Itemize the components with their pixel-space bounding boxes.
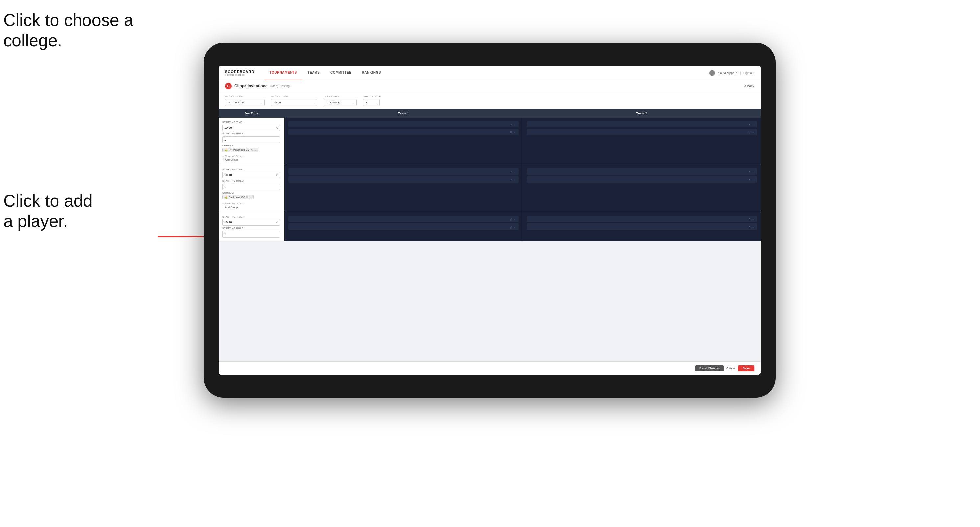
schedule-table: STARTING TIME: ⏱ STARTING HOLE: 1 10 COU…	[218, 117, 761, 361]
expand-icon[interactable]: ⌄	[752, 123, 754, 126]
start-time-wrap	[271, 99, 317, 106]
course-label-1: COURSE:	[223, 144, 280, 146]
close-icon[interactable]: ✕	[748, 225, 751, 229]
player-slot-2-3[interactable]: ✕ ⌄	[527, 168, 757, 175]
player-slot-3-4[interactable]: ✕ ⌄	[527, 224, 757, 230]
group-1-team2-slots: ✕ ⌄ ✕ ⌄	[523, 117, 761, 165]
sign-out-link[interactable]: Sign out	[743, 71, 754, 75]
close-icon[interactable]: ✕	[748, 217, 751, 221]
group-size-group: Group Size 3 2 4	[363, 95, 381, 106]
close-icon[interactable]: ✕	[510, 225, 512, 229]
expand-icon[interactable]: ⌄	[752, 217, 754, 221]
start-time-input[interactable]	[271, 99, 317, 106]
group-2-team1-slots: ✕ ⌄ ✕ ⌄	[284, 165, 523, 212]
close-icon[interactable]: ✕	[510, 178, 512, 181]
starting-time-input-2[interactable]	[223, 172, 280, 178]
table-header: Tee Time Team 1 Team 2	[218, 109, 761, 117]
starting-time-label-1: STARTING TIME:	[223, 121, 280, 123]
add-group-2-btn[interactable]: + Add Group	[223, 206, 280, 209]
col-tee-time: Tee Time	[218, 109, 284, 117]
player-slot-3-2[interactable]: ✕ ⌄	[288, 224, 519, 230]
player-slot-1-3[interactable]: ✕ ⌄	[527, 121, 757, 127]
player-slot-1-1[interactable]: ✕ ⌄	[288, 121, 519, 127]
group-size-select[interactable]: 3 2 4	[363, 99, 380, 106]
group-size-label: Group Size	[363, 95, 381, 98]
col-team2: Team 2	[523, 109, 761, 117]
close-icon[interactable]: ✕	[510, 170, 512, 173]
group-row-3: STARTING TIME: ⏱ STARTING HOLE: 1 10	[218, 212, 761, 241]
nav-logo: SCOREBOARD Powered by clippd	[225, 70, 255, 76]
player-slot-3-1[interactable]: ✕ ⌄	[288, 216, 519, 222]
close-icon[interactable]: ✕	[748, 123, 751, 126]
player-slot-2-1[interactable]: ✕ ⌄	[288, 168, 519, 175]
sub-header: C Clippd Invitational (Men) Hosting < Ba…	[218, 80, 761, 92]
starting-hole-select-2[interactable]: 1 10	[223, 184, 280, 190]
start-type-select[interactable]: 1st Tee Start Shotgun Start	[225, 99, 264, 106]
nav-tab-committee[interactable]: COMMITTEE	[325, 66, 357, 80]
starting-time-label-2: STARTING TIME:	[223, 168, 280, 170]
starting-time-input-1[interactable]	[223, 124, 280, 131]
expand-icon[interactable]: ⌄	[752, 131, 754, 134]
course-tag-1[interactable]: ⛳ (A) Peachtree GC ✕ ⌄	[223, 148, 258, 152]
expand-icon[interactable]: ⌄	[514, 225, 516, 229]
player-slot-2-2[interactable]: ✕ ⌄	[288, 176, 519, 183]
course-label-2: COURSE:	[223, 192, 280, 194]
start-type-label: Start Type	[225, 95, 264, 98]
nav-tab-rankings[interactable]: RANKINGS	[357, 66, 386, 80]
start-type-select-wrap: 1st Tee Start Shotgun Start	[225, 99, 264, 106]
close-icon[interactable]: ✕	[510, 123, 512, 126]
close-icon[interactable]: ✕	[510, 131, 512, 134]
intervals-select[interactable]: 10 Minutes 8 Minutes 12 Minutes	[324, 99, 356, 106]
expand-icon[interactable]: ⌄	[752, 170, 754, 173]
player-slot-1-2[interactable]: ✕ ⌄	[288, 129, 519, 135]
remove-group-2-btn[interactable]: ○ Remove Group	[223, 202, 280, 205]
col-team1: Team 1	[284, 109, 523, 117]
player-slot-2-4[interactable]: ✕ ⌄	[527, 176, 757, 183]
close-icon[interactable]: ✕	[748, 178, 751, 181]
clock-icon-1: ⏱	[276, 127, 279, 129]
player-slot-1-4[interactable]: ✕ ⌄	[527, 129, 757, 135]
nav-tabs: TOURNAMENTS TEAMS COMMITTEE RANKINGS	[264, 66, 709, 80]
group-2-team2-slots: ✕ ⌄ ✕ ⌄	[523, 165, 761, 212]
expand-icon[interactable]: ⌄	[752, 225, 754, 229]
expand-icon[interactable]: ⌄	[514, 123, 516, 126]
starting-hole-select-1[interactable]: 1 10	[223, 137, 280, 143]
group-2-actions: ○ Remove Group + Add Group	[223, 202, 280, 209]
expand-icon[interactable]: ⌄	[752, 178, 754, 181]
group-3-team2-slots: ✕ ⌄ ✕ ⌄	[523, 212, 761, 241]
start-type-group: Start Type 1st Tee Start Shotgun Start	[225, 95, 264, 106]
avatar	[709, 70, 715, 76]
remove-group-1-btn[interactable]: ○ Remove Group	[223, 155, 280, 158]
starting-hole-select-3[interactable]: 1 10	[223, 231, 280, 238]
starting-time-input-3[interactable]	[223, 219, 280, 226]
course-tags-1: ⛳ (A) Peachtree GC ✕ ⌄	[223, 148, 280, 152]
save-button[interactable]: Save	[738, 365, 754, 371]
close-icon[interactable]: ✕	[510, 217, 512, 221]
nav-tab-tournaments[interactable]: TOURNAMENTS	[264, 66, 302, 80]
player-slot-3-3[interactable]: ✕ ⌄	[527, 216, 757, 222]
reset-changes-button[interactable]: Reset Changes	[695, 365, 724, 371]
starting-time-input-wrap-3: ⏱	[223, 219, 280, 226]
expand-icon[interactable]: ⌄	[514, 217, 516, 221]
expand-icon[interactable]: ⌄	[514, 131, 516, 134]
cancel-button[interactable]: Cancel	[726, 367, 735, 370]
group-3-team1-slots: ✕ ⌄ ✕ ⌄	[284, 212, 523, 241]
clock-icon-2: ⏱	[276, 174, 279, 177]
course-tag-2[interactable]: ⛳ East Lake GC ✕ ⌄	[223, 195, 254, 200]
start-time-group: Start Time	[271, 95, 317, 106]
back-button[interactable]: < Back	[744, 84, 754, 88]
add-group-1-btn[interactable]: + Add Group	[223, 158, 280, 161]
intervals-select-wrap: 10 Minutes 8 Minutes 12 Minutes	[324, 99, 356, 106]
starting-hole-wrap-3: 1 10	[223, 231, 280, 238]
starting-hole-label-3: STARTING HOLE:	[223, 227, 280, 229]
nav-tab-teams[interactable]: TEAMS	[302, 66, 325, 80]
nav-bar: SCOREBOARD Powered by clippd TOURNAMENTS…	[218, 66, 761, 80]
starting-hole-label-2: STARTING HOLE:	[223, 180, 280, 182]
annotation-choose-college: Click to choose a college.	[3, 10, 134, 51]
group-1-team1-slots: ✕ ⌄ ✕ ⌄	[284, 117, 523, 165]
expand-icon[interactable]: ⌄	[514, 178, 516, 181]
expand-icon[interactable]: ⌄	[514, 170, 516, 173]
close-icon[interactable]: ✕	[748, 131, 751, 134]
starting-time-input-wrap-2: ⏱	[223, 172, 280, 178]
close-icon[interactable]: ✕	[748, 170, 751, 173]
